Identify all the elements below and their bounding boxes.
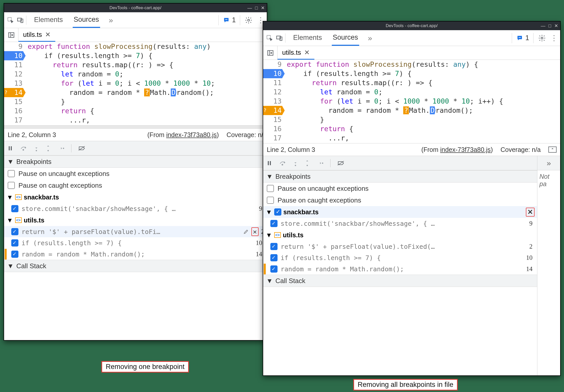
breakpoint-item[interactable]: random = random * Math.random(); 14 (4, 249, 267, 260)
code-content[interactable]: export function slowProcessing(results: … (285, 60, 503, 143)
line-number[interactable]: 15 (4, 97, 23, 106)
line-number[interactable]: 9 (4, 42, 23, 51)
breakpoint-item[interactable]: return '$' + parseFloat(value).toFi… ✕ 2 (4, 226, 267, 237)
source-map-link[interactable]: index-73f73a80.js (166, 131, 217, 138)
horizontal-scrollbar[interactable] (4, 125, 267, 128)
issues-badge[interactable]: 1 (512, 33, 534, 43)
kebab-icon[interactable]: ⋮ (550, 34, 558, 42)
inline-bp-icon[interactable]: D (171, 88, 176, 96)
step-into-icon[interactable] (293, 160, 298, 166)
pause-caught-checkbox[interactable]: Pause on caught exceptions (4, 180, 267, 191)
navigator-toggle-icon[interactable] (263, 46, 278, 60)
checkbox-icon[interactable] (270, 220, 278, 227)
checkbox-icon[interactable] (11, 239, 18, 247)
line-number[interactable]: 15 (263, 115, 282, 124)
pause-caught-checkbox[interactable]: Pause on caught exceptions (263, 194, 537, 206)
breakpoint-file-group[interactable]: ▼ <> snackbar.ts (4, 191, 267, 203)
close-tab-icon[interactable]: ✕ (45, 31, 51, 39)
issues-badge[interactable]: 1 (218, 15, 240, 25)
checkbox-icon[interactable] (270, 243, 278, 250)
step-into-icon[interactable] (34, 145, 39, 152)
checkbox-icon[interactable] (270, 254, 278, 261)
breakpoint-item[interactable]: store.commit('snackbar/showMessage', { …… (263, 218, 537, 229)
pause-uncaught-checkbox[interactable]: Pause on uncaught exceptions (4, 168, 267, 180)
step-out-icon[interactable] (305, 160, 310, 166)
breakpoint-file-group[interactable]: ▼ <> utils.ts (4, 214, 267, 226)
breakpoint-item[interactable]: return '$' + parseFloat(value).toFixed(…… (263, 241, 537, 252)
checkbox-icon[interactable] (11, 228, 18, 235)
line-number[interactable]: 16 (263, 124, 282, 133)
step-icon[interactable] (57, 146, 65, 151)
checkbox-icon[interactable] (270, 265, 278, 273)
navigator-toggle-icon[interactable] (4, 28, 18, 42)
checkbox-icon[interactable] (8, 170, 15, 177)
step-over-icon[interactable] (20, 145, 27, 151)
checkbox-icon[interactable] (274, 208, 281, 216)
edit-icon[interactable] (243, 229, 249, 234)
step-icon[interactable] (316, 161, 324, 166)
checkbox-icon[interactable] (11, 251, 18, 258)
gear-icon[interactable] (245, 16, 252, 24)
breakpoint-item[interactable]: store.commit('snackbar/showMessage', { …… (4, 203, 267, 214)
line-number[interactable]: 12 (4, 70, 23, 79)
remove-breakpoint-button[interactable]: ✕ (251, 227, 259, 236)
more-tabs-icon[interactable]: » (109, 16, 113, 25)
line-number[interactable]: 16 (4, 106, 23, 116)
line-number[interactable]: 9 (263, 60, 282, 69)
window-maximize-icon[interactable]: □ (255, 5, 258, 11)
deactivate-breakpoints-icon[interactable] (78, 145, 86, 151)
line-number[interactable]: 13 (263, 97, 282, 106)
more-tabs-icon[interactable]: » (368, 34, 372, 42)
line-number[interactable]: 11 (4, 60, 23, 70)
line-number-conditional[interactable]: ?14 (263, 106, 285, 115)
breakpoint-item[interactable]: if (results.length >= 7) { 10 (4, 237, 267, 249)
line-number-conditional[interactable]: ?14 (4, 88, 26, 97)
line-number[interactable]: 11 (263, 78, 282, 87)
window-minimize-icon[interactable]: — (541, 23, 545, 29)
line-number[interactable]: 17 (4, 116, 23, 125)
tab-sources[interactable]: Sources (73, 12, 100, 28)
checkbox-icon[interactable] (267, 185, 274, 192)
more-panels-icon[interactable]: » (547, 159, 551, 167)
code-editor[interactable]: 9 10 11 12 13 ?14 15 16 17 export functi… (4, 42, 267, 125)
step-over-icon[interactable] (279, 160, 286, 166)
device-icon[interactable] (275, 34, 283, 42)
line-number-breakpoint[interactable]: 10 (263, 69, 285, 78)
close-tab-icon[interactable]: ✕ (304, 49, 310, 57)
show-coverage-icon[interactable] (548, 147, 557, 153)
window-minimize-icon[interactable]: — (247, 5, 252, 11)
code-content[interactable]: export function slowProcessing(results: … (26, 42, 215, 125)
window-maximize-icon[interactable]: □ (548, 23, 551, 29)
inline-bp-icon[interactable]: ? (144, 88, 150, 96)
line-number[interactable]: 13 (4, 79, 23, 88)
inline-bp-icon[interactable]: ? (403, 106, 409, 114)
breakpoints-section-header[interactable]: ▼ Breakpoints (263, 170, 537, 183)
callstack-section-header[interactable]: ▼ Call Stack (4, 260, 267, 272)
breakpoint-item[interactable]: random = random * Math.random(); 14 (263, 263, 537, 275)
checkbox-icon[interactable] (267, 197, 274, 204)
source-map-link[interactable]: index-73f73a80.js (440, 146, 491, 153)
tab-sources[interactable]: Sources (332, 30, 359, 46)
pause-icon[interactable] (7, 145, 13, 151)
breakpoint-file-group[interactable]: ▼ <> utils.ts (263, 229, 537, 241)
pause-uncaught-checkbox[interactable]: Pause on uncaught exceptions (263, 183, 537, 194)
inspect-icon[interactable] (7, 16, 14, 24)
window-close-icon[interactable]: ✕ (261, 5, 265, 11)
inline-bp-icon[interactable]: D (430, 106, 435, 114)
window-close-icon[interactable]: ✕ (554, 23, 558, 29)
device-icon[interactable] (16, 16, 24, 24)
inspect-icon[interactable] (266, 34, 273, 42)
breakpoint-file-group[interactable]: ▼ snackbar.ts ✕ (263, 206, 537, 218)
tab-elements[interactable]: Elements (33, 12, 64, 28)
breakpoints-section-header[interactable]: ▼ Breakpoints (4, 155, 267, 168)
callstack-section-header[interactable]: ▼ Call Stack (263, 275, 537, 287)
tab-elements[interactable]: Elements (292, 30, 323, 46)
code-editor[interactable]: 9 10 11 12 13 ?14 15 16 17 export functi… (263, 60, 560, 143)
pause-icon[interactable] (266, 160, 272, 166)
line-number[interactable]: 17 (263, 133, 282, 143)
checkbox-icon[interactable] (8, 182, 15, 189)
breakpoint-item[interactable]: if (results.length >= 7) { 10 (263, 252, 537, 263)
checkbox-icon[interactable] (11, 205, 18, 212)
step-out-icon[interactable] (46, 145, 51, 152)
file-tab-utils[interactable]: utils.ts ✕ (278, 46, 314, 60)
